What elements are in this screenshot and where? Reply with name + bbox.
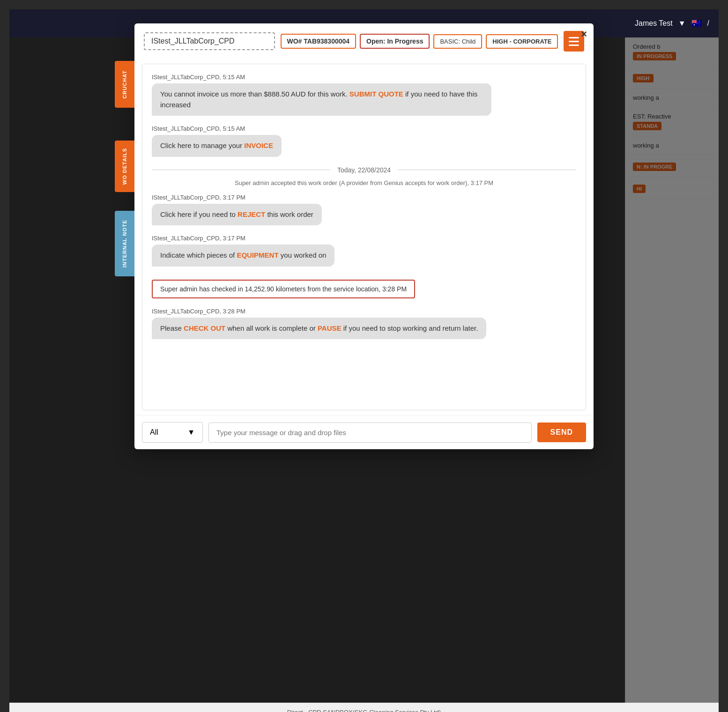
menu-line-2 bbox=[569, 41, 579, 42]
menu-line-3 bbox=[569, 44, 579, 46]
basic-badge: BASIC: Child bbox=[433, 34, 482, 49]
header-badges: WO# TAB938300004 Open: In Progress BASIC… bbox=[281, 34, 558, 49]
send-button[interactable]: SEND bbox=[537, 423, 586, 442]
chat-area: IStest_JLLTabCorp_CPD, 5:15 AM You canno… bbox=[142, 64, 586, 410]
message-group-2: IStest_JLLTabCorp_CPD, 5:15 AM Click her… bbox=[152, 125, 576, 157]
bubble-3-text-after: this work order bbox=[267, 210, 313, 218]
bottom-bar: Direct - CPD SANDBOX(SKG Cleaning Servic… bbox=[9, 703, 719, 712]
message-group-5: IStest_JLLTabCorp_CPD, 3:28 PM Please CH… bbox=[152, 308, 576, 340]
user-dropdown-icon[interactable]: ▼ bbox=[678, 19, 686, 28]
message-group-3: IStest_JLLTabCorp_CPD, 3:17 PM Click her… bbox=[152, 194, 576, 226]
sender-4: IStest_JLLTabCorp_CPD, 3:17 PM bbox=[152, 235, 576, 242]
bubble-4[interactable]: Indicate which pieces of EQUIPMENT you w… bbox=[152, 245, 334, 267]
checked-in-message: Super admin has checked in 14,252.90 kil… bbox=[152, 280, 415, 298]
bubble-1[interactable]: You cannot invoice us more than $888.50 … bbox=[152, 83, 491, 116]
sender-2: IStest_JLLTabCorp_CPD, 5:15 AM bbox=[152, 125, 576, 132]
select-dropdown-icon: ▼ bbox=[187, 428, 195, 437]
user-label[interactable]: James Test bbox=[635, 19, 673, 28]
bubble-3-text-before: Click here if you need to bbox=[160, 210, 238, 218]
slash-separator: / bbox=[707, 19, 709, 28]
flag-icon: 🇦🇺 bbox=[691, 18, 702, 29]
submit-quote-link[interactable]: SUBMIT QUOTE bbox=[349, 90, 403, 98]
select-value: All bbox=[150, 428, 158, 437]
cruchat-tab[interactable]: CRUCHAT bbox=[115, 61, 134, 108]
page-wrapper: James Test ▼ 🇦🇺 / Ordered b IN PROGRESS … bbox=[9, 9, 719, 712]
chat-modal: CRUCHAT WO DETAILS INTERNAL NOTE WO# TAB… bbox=[134, 23, 594, 449]
sender-5: IStest_JLLTabCorp_CPD, 3:28 PM bbox=[152, 308, 576, 315]
date-separator: Today, 22/08/2024 bbox=[152, 166, 576, 174]
bubble-4-text-before: Indicate which pieces of bbox=[160, 251, 237, 259]
close-button[interactable]: × bbox=[581, 28, 587, 40]
equipment-link[interactable]: EQUIPMENT bbox=[237, 251, 278, 259]
pause-link[interactable]: PAUSE bbox=[318, 324, 342, 332]
menu-line-1 bbox=[569, 37, 579, 38]
bubble-5-text-2: when all work is complete or bbox=[227, 324, 318, 332]
bubble-5-text-1: Please bbox=[160, 324, 184, 332]
internal-note-tab[interactable]: INTERNAL NOTE bbox=[115, 211, 134, 276]
title-input[interactable] bbox=[144, 32, 275, 50]
message-input[interactable] bbox=[208, 423, 532, 443]
modal-footer: All ▼ SEND bbox=[134, 415, 594, 449]
date-label: Today, 22/08/2024 bbox=[337, 166, 391, 174]
message-group-4: IStest_JLLTabCorp_CPD, 3:17 PM Indicate … bbox=[152, 235, 576, 267]
invoice-link[interactable]: INVOICE bbox=[244, 141, 273, 149]
status-badge: Open: In Progress bbox=[360, 34, 430, 49]
bubble-5[interactable]: Please CHECK OUT when all work is comple… bbox=[152, 318, 486, 340]
system-message-1: Super admin accepted this work order (A … bbox=[152, 179, 576, 186]
bubble-5-text-3: if you need to stop working and return l… bbox=[343, 324, 478, 332]
bubble-2[interactable]: Click here to manage your INVOICE bbox=[152, 135, 282, 157]
bubble-4-text-after: you worked on bbox=[281, 251, 327, 259]
bottom-bar-text: Direct - CPD SANDBOX(SKG Cleaning Servic… bbox=[287, 709, 441, 712]
wo-number-badge: WO# TAB938300004 bbox=[281, 34, 357, 49]
modal-header: WO# TAB938300004 Open: In Progress BASIC… bbox=[134, 23, 594, 59]
check-out-link[interactable]: CHECK OUT bbox=[184, 324, 225, 332]
message-group-1: IStest_JLLTabCorp_CPD, 5:15 AM You canno… bbox=[152, 74, 576, 116]
sender-1: IStest_JLLTabCorp_CPD, 5:15 AM bbox=[152, 74, 576, 81]
separator-line-right bbox=[398, 170, 576, 170]
high-badge: HIGH - CORPORATE bbox=[486, 34, 558, 49]
checked-in-container: Super admin has checked in 14,252.90 kil… bbox=[152, 276, 576, 302]
bubble-3[interactable]: Click here if you need to REJECT this wo… bbox=[152, 204, 322, 226]
sender-3: IStest_JLLTabCorp_CPD, 3:17 PM bbox=[152, 194, 576, 201]
message-type-select[interactable]: All ▼ bbox=[142, 422, 203, 443]
wo-details-tab[interactable]: WO DETAILS bbox=[115, 141, 134, 192]
separator-line-left bbox=[152, 170, 330, 170]
reject-link[interactable]: REJECT bbox=[238, 210, 265, 218]
bubble-1-text-before: You cannot invoice us more than $888.50 … bbox=[160, 90, 349, 98]
bubble-2-text-before: Click here to manage your bbox=[160, 141, 244, 149]
